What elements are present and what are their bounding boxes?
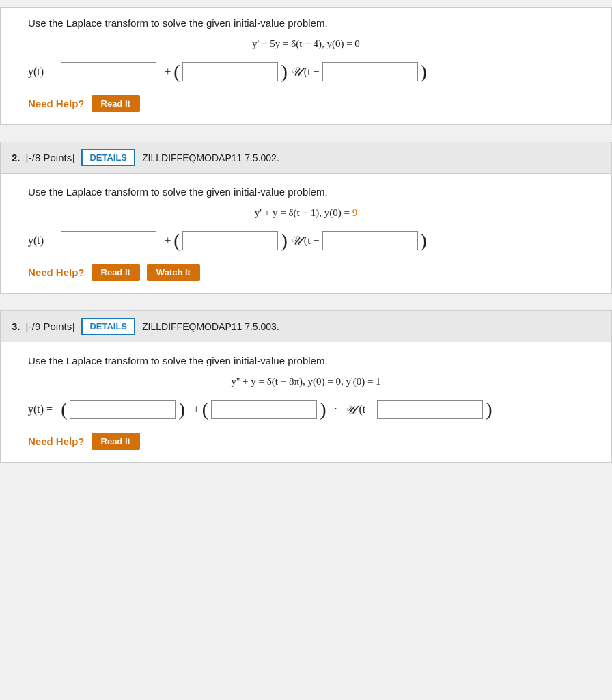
problem-2-header: 2. [-/8 Points] DETAILS ZILLDIFFEQMODAP1… [1, 142, 611, 174]
prob2-yt-label: y(t) = [28, 234, 53, 247]
problem-3-number: 3. [-/9 Points] [12, 321, 74, 332]
problem-2-help-row: Need Help? Read It Watch It [28, 264, 584, 281]
problem-2-equation: y' + y = δ(t − 1), y(0) = 9 [28, 207, 584, 219]
prob2-right-paren2: ) [421, 231, 427, 250]
prob2-input-3[interactable] [322, 231, 418, 250]
prob3-u-symbol: 𝒰 [345, 403, 356, 417]
prob3-read-btn[interactable]: Read It [92, 433, 140, 450]
prob3-close-paren2: ) [320, 400, 326, 419]
prob2-eq-main: y' + y = δ(t − 1), y(0) = [255, 207, 352, 218]
top-close-paren: ) [281, 62, 287, 81]
top-input-3[interactable] [322, 62, 418, 81]
prob3-plus: + [193, 403, 199, 416]
problem-2-code: ZILLDIFFEQMODAP11 7.5.002. [142, 152, 279, 163]
problem-3-block: 3. [-/9 Points] DETAILS ZILLDIFFEQMODAP1… [0, 310, 612, 463]
top-need-help: Need Help? [28, 98, 85, 109]
prob2-close-paren: ) [281, 231, 287, 250]
problem-3-help-row: Need Help? Read It [28, 433, 584, 450]
top-problem-block: Use the Laplace transform to solve the g… [0, 7, 612, 125]
top-help-row: Need Help? Read It [28, 95, 584, 112]
page-wrapper: Use the Laplace transform to solve the g… [0, 0, 612, 486]
problem-3-code: ZILLDIFFEQMODAP11 7.5.003. [142, 321, 279, 332]
top-right-paren2: ) [421, 62, 427, 81]
prob3-yt-label: y(t) = [28, 403, 53, 416]
prob3-dot: · [334, 403, 337, 416]
prob2-watch-btn[interactable]: Watch It [147, 264, 200, 281]
prob3-input-2[interactable] [211, 400, 317, 419]
problem-3-answer-row: y(t) = ( ) + ( ) · 𝒰 (t − ) [28, 400, 584, 419]
problem-2-body: Use the Laplace transform to solve the g… [1, 174, 611, 293]
problem-2-instruction: Use the Laplace transform to solve the g… [28, 186, 584, 198]
prob2-t-minus: (t − [304, 234, 320, 247]
prob3-open-paren2: ( [202, 400, 208, 419]
top-problem-body: Use the Laplace transform to solve the g… [1, 8, 611, 124]
prob3-t-minus: (t − [359, 403, 374, 416]
prob2-read-btn[interactable]: Read It [92, 264, 140, 281]
prob3-open-paren1: ( [61, 400, 67, 419]
problem-2-number: 2. [-/8 Points] [12, 152, 74, 163]
prob2-open-paren: ( [173, 231, 180, 250]
problem-2-block: 2. [-/8 Points] DETAILS ZILLDIFFEQMODAP1… [0, 142, 612, 294]
problem-3-instruction: Use the Laplace transform to solve the g… [28, 355, 584, 366]
problem-3-header: 3. [-/9 Points] DETAILS ZILLDIFFEQMODAP1… [1, 311, 611, 342]
prob2-eq-value: 9 [352, 207, 358, 218]
problem-3-equation: y'' + y = δ(t − 8π), y(0) = 0, y'(0) = 1 [28, 376, 584, 388]
top-input-1[interactable] [61, 62, 156, 81]
top-equation: y' − 5y = δ(t − 4), y(0) = 0 [28, 38, 584, 50]
problem-2-answer-row: y(t) = + ( ) 𝒰 (t − ) [28, 231, 584, 250]
prob3-right-paren3: ) [486, 400, 492, 419]
prob3-close-paren1: ) [178, 400, 184, 419]
top-t-minus: (t − [304, 66, 320, 78]
top-u-symbol: 𝒰 [290, 65, 301, 79]
prob2-input-2[interactable] [182, 231, 278, 250]
top-input-2[interactable] [182, 62, 278, 81]
prob3-need-help: Need Help? [28, 435, 85, 447]
prob2-need-help: Need Help? [28, 267, 85, 278]
top-answer-row: y(t) = + ( ) 𝒰 (t − ) [28, 62, 584, 81]
prob2-u-symbol: 𝒰 [290, 234, 301, 248]
problem-3-body: Use the Laplace transform to solve the g… [1, 342, 611, 462]
prob3-input-3[interactable] [377, 400, 483, 419]
prob2-input-1[interactable] [61, 231, 156, 250]
top-eq-text: y' − 5y = δ(t − 4), y(0) = 0 [252, 38, 360, 49]
prob2-plus: + [165, 234, 171, 247]
top-open-paren: ( [173, 62, 180, 81]
problem-3-details-btn[interactable]: DETAILS [81, 318, 135, 335]
prob3-input-1[interactable] [70, 400, 176, 419]
problem-2-details-btn[interactable]: DETAILS [81, 149, 135, 166]
top-plus: + [165, 66, 171, 78]
top-read-btn[interactable]: Read It [92, 95, 140, 112]
prob3-eq-text: y'' + y = δ(t − 8π), y(0) = 0, y'(0) = 1 [231, 376, 380, 387]
top-yt-label: y(t) = [28, 66, 53, 78]
top-instruction: Use the Laplace transform to solve the g… [28, 17, 584, 29]
